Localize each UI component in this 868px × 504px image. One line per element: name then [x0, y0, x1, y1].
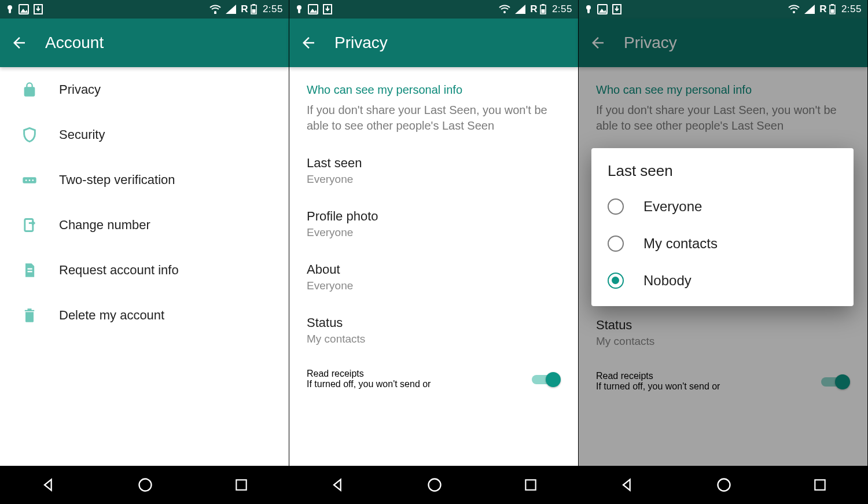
clock: 2:55 — [552, 3, 572, 15]
android-nav-bar — [289, 466, 578, 504]
pref-last-seen[interactable]: Last seen Everyone — [289, 144, 578, 197]
picture-icon — [308, 4, 318, 14]
nav-recent-icon[interactable] — [812, 477, 827, 492]
svg-point-5 — [214, 11, 216, 13]
item-label: Request account info — [59, 263, 179, 278]
pref-title: Read receipts — [307, 369, 519, 379]
svg-point-44 — [718, 479, 730, 491]
phone-privacy: R 2:55 Privacy Who can see my personal i… — [289, 0, 579, 504]
pref-value: Everyone — [307, 279, 561, 292]
download-icon — [323, 4, 332, 14]
wifi-icon — [788, 5, 800, 14]
svg-marker-6 — [226, 5, 236, 14]
account-item-change-number[interactable]: Change number — [0, 203, 289, 248]
battery-icon — [251, 4, 257, 14]
nav-back-icon[interactable] — [41, 477, 57, 493]
svg-point-11 — [25, 179, 27, 181]
account-item-delete[interactable]: Delete my account — [0, 293, 289, 338]
arrow-back-icon — [300, 34, 317, 51]
document-icon — [21, 262, 38, 279]
account-item-privacy[interactable]: Privacy — [0, 67, 289, 112]
back-button — [589, 34, 606, 51]
svg-rect-34 — [587, 9, 590, 13]
sim-swap-icon — [21, 216, 38, 234]
signal-icon — [226, 5, 236, 14]
nav-home-icon[interactable] — [716, 477, 732, 493]
svg-rect-28 — [542, 4, 545, 5]
svg-marker-26 — [515, 5, 525, 14]
pref-title: Last seen — [307, 156, 561, 171]
roaming-indicator: R — [819, 3, 827, 15]
nav-home-icon[interactable] — [426, 477, 443, 493]
radio-icon — [608, 236, 624, 252]
item-label: Two-step verification — [59, 172, 175, 187]
dialog-option-nobody[interactable]: Nobody — [591, 262, 854, 299]
dialog-title: Last seen — [591, 162, 854, 188]
pref-value: Everyone — [307, 173, 561, 186]
signal-icon — [804, 5, 815, 14]
nav-recent-icon[interactable] — [523, 477, 538, 492]
account-item-request-info[interactable]: Request account info — [0, 248, 289, 293]
svg-marker-23 — [310, 9, 317, 13]
roaming-indicator: R — [530, 3, 538, 15]
back-button[interactable] — [300, 34, 317, 51]
svg-rect-42 — [830, 9, 834, 13]
item-label: Privacy — [59, 82, 101, 97]
battery-icon — [540, 4, 546, 14]
trash-icon — [21, 307, 38, 324]
pref-status[interactable]: Status My contacts — [289, 304, 578, 357]
nav-back-icon[interactable] — [330, 477, 346, 493]
pref-read-receipts[interactable]: Read receipts If turned off, you won't s… — [289, 357, 578, 389]
pref-about[interactable]: About Everyone — [289, 251, 578, 304]
option-label: My contacts — [643, 236, 718, 252]
section-header: Who can see my personal info — [289, 67, 578, 100]
dialog-option-my-contacts[interactable]: My contacts — [591, 225, 854, 262]
wifi-icon — [499, 5, 510, 14]
svg-rect-16 — [28, 271, 32, 272]
privacy-content-dimmed: Who can see my personal info If you don'… — [579, 67, 867, 466]
pref-profile-photo[interactable]: Profile photo Everyone — [289, 197, 578, 251]
svg-rect-19 — [236, 480, 246, 490]
svg-marker-30 — [334, 480, 341, 491]
phone-account: R 2:55 Account Privacy Security Two-step… — [0, 0, 289, 504]
app-bar: Privacy — [289, 19, 578, 67]
account-item-security[interactable]: Security — [0, 112, 289, 157]
item-label: Change number — [59, 218, 150, 233]
svg-rect-21 — [298, 9, 300, 13]
last-seen-dialog: Last seen Everyone My contacts Nobody — [591, 148, 854, 306]
svg-rect-14 — [25, 219, 33, 231]
svg-rect-45 — [815, 480, 825, 490]
wifi-icon — [209, 5, 221, 14]
nav-back-icon[interactable] — [619, 477, 635, 493]
battery-icon — [829, 4, 836, 14]
status-bar: R 2:55 — [0, 0, 289, 19]
download-icon — [612, 4, 621, 14]
nav-home-icon[interactable] — [137, 477, 153, 493]
section-description: If you don't share your Last Seen, you w… — [289, 100, 578, 144]
svg-point-25 — [503, 11, 506, 13]
item-label: Security — [59, 127, 105, 142]
back-button[interactable] — [10, 34, 28, 51]
privacy-content: Who can see my personal info If you don'… — [289, 67, 578, 466]
phone-privacy-dialog: R 2:55 Privacy Who can see my personal i… — [579, 0, 868, 504]
status-bar: R 2:55 — [579, 0, 867, 19]
page-title: Privacy — [334, 34, 388, 52]
page-title: Account — [45, 34, 104, 52]
svg-rect-15 — [28, 268, 32, 270]
pref-title: Profile photo — [307, 209, 561, 224]
keyhole-icon — [6, 4, 14, 14]
pref-desc: If turned off, you won't send or — [307, 379, 519, 389]
svg-point-18 — [139, 479, 151, 491]
keyhole-icon — [295, 4, 303, 14]
dialog-option-everyone[interactable]: Everyone — [591, 188, 854, 225]
svg-point-13 — [32, 179, 34, 181]
nav-recent-icon[interactable] — [234, 477, 249, 492]
clock: 2:55 — [263, 3, 283, 15]
app-bar: Privacy — [579, 19, 867, 67]
svg-marker-36 — [599, 9, 606, 13]
svg-marker-3 — [20, 9, 28, 13]
arrow-back-icon — [589, 34, 606, 51]
svg-rect-9 — [252, 9, 255, 13]
account-item-two-step[interactable]: Two-step verification — [0, 157, 289, 203]
read-receipts-switch[interactable] — [531, 371, 561, 388]
